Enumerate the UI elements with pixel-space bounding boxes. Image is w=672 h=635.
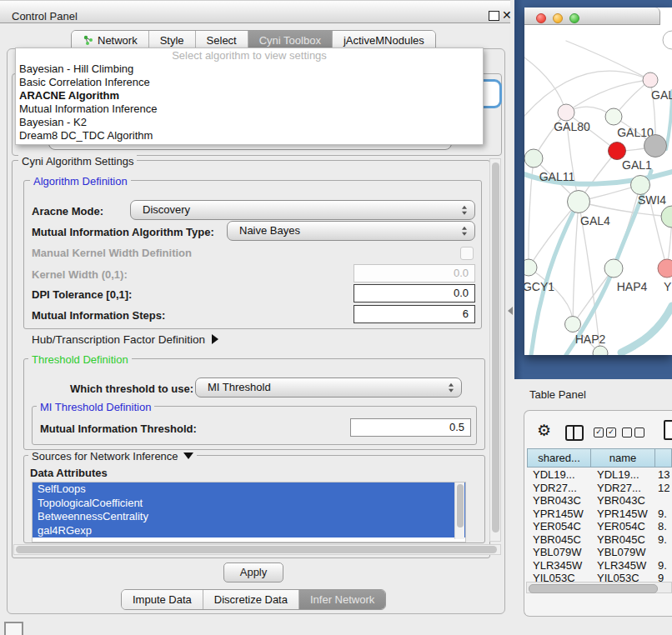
- network-node[interactable]: [644, 135, 667, 158]
- network-node-hap4[interactable]: [604, 259, 623, 278]
- settings-vertical-scrollbar-thumb[interactable]: [492, 162, 499, 532]
- network-node-swi4[interactable]: [631, 176, 650, 195]
- gear-icon[interactable]: ⚙: [537, 421, 551, 440]
- table-horizontal-scrollbar-thumb[interactable]: [529, 584, 658, 593]
- mi-type-combo[interactable]: Naive Bayes: [227, 221, 475, 241]
- sources-legend[interactable]: Sources for Network Inference: [28, 450, 197, 462]
- network-window-titlebar[interactable]: [524, 8, 660, 25]
- table-cell: [655, 546, 672, 559]
- algorithm-dropdown-popup: Select algorithm to view settings Bayesi…: [15, 48, 484, 145]
- hub-definition-label: Hub/Transcription Factor Definition: [32, 333, 205, 346]
- table-row[interactable]: YPR145WYPR145W9.: [527, 508, 672, 521]
- mac-close-button[interactable]: [536, 13, 546, 23]
- table-row[interactable]: YBR045CYBR045C9.: [527, 533, 672, 547]
- splitter-collapse-icon[interactable]: [508, 307, 513, 315]
- dock-handle[interactable]: [4, 622, 23, 635]
- aracne-mode-label: Aracne Mode:: [32, 205, 103, 218]
- network-edge: [649, 198, 667, 268]
- table-cell: YER054C: [527, 520, 591, 533]
- column-header-partial[interactable]: [655, 448, 672, 468]
- node-label-gal1: GAL1: [622, 158, 652, 172]
- mac-zoom-button[interactable]: [569, 13, 579, 23]
- column-header-shared[interactable]: shared...: [527, 448, 591, 468]
- column-header-name[interactable]: name: [591, 448, 655, 468]
- settings-horizontal-scrollbar-thumb[interactable]: [16, 546, 497, 553]
- bottom-tab-impute-data[interactable]: Impute Data: [122, 590, 203, 609]
- table-row[interactable]: YBR043CYBR043C: [527, 494, 672, 508]
- manual-kernel-checkbox[interactable]: [460, 247, 474, 260]
- attribute-item-betweennesscentrality[interactable]: BetweennessCentrality: [33, 510, 465, 524]
- which-threshold-value: MI Threshold: [208, 381, 271, 393]
- dropdown-item-bayesian-hill-climbing[interactable]: Bayesian - Hill Climbing: [16, 62, 483, 76]
- attributes-scrollbar[interactable]: [454, 482, 464, 539]
- close-icon[interactable]: ✕: [502, 8, 512, 22]
- table-row[interactable]: YER054CYER054C8.: [527, 520, 672, 533]
- apply-button[interactable]: Apply: [223, 562, 283, 582]
- dropdown-item-aracne-algorithm[interactable]: ARACNE Algorithm: [16, 89, 483, 102]
- dpi-tolerance-input[interactable]: 0.0: [354, 284, 475, 302]
- dropdown-item-dream8-dc-tdc-algorithm[interactable]: Dream8 DC_TDC Algorithm: [16, 129, 483, 142]
- which-threshold-label: Which threshold to use:: [70, 382, 193, 395]
- table-row[interactable]: YDR27...YDR27...12: [527, 482, 672, 495]
- settings-vertical-scrollbar[interactable]: [489, 158, 501, 542]
- network-canvas[interactable]: GALGAL80GAL10GAL1GAL11SWI4GAL4GCY1HAP4YH…: [524, 8, 672, 355]
- collapsed-arrow-icon: [212, 334, 218, 344]
- network-edge: [524, 71, 650, 116]
- settings-horizontal-scrollbar[interactable]: [13, 544, 501, 555]
- mi-threshold-input[interactable]: 0.5: [350, 418, 471, 437]
- expanded-arrow-icon: [183, 452, 193, 459]
- network-node-gal[interactable]: [643, 72, 658, 88]
- mi-steps-input[interactable]: 6: [354, 305, 475, 323]
- hub-definition-toggle[interactable]: Hub/Transcription Factor Definition: [32, 333, 218, 346]
- checked-columns-icon[interactable]: ✓ ✓: [594, 428, 616, 438]
- dropdown-item-bayesian-k2[interactable]: Bayesian - K2: [16, 116, 483, 129]
- bottom-tab-discretize-data[interactable]: Discretize Data: [203, 590, 298, 609]
- float-window-icon[interactable]: [489, 11, 499, 21]
- tab-label: Discretize Data: [214, 593, 288, 606]
- table-cell: 9.: [655, 533, 672, 547]
- network-edge: [529, 268, 573, 324]
- network-node-gcy1[interactable]: [524, 259, 537, 276]
- network-node-gal10[interactable]: [605, 108, 622, 125]
- tab-label: Infer Network: [310, 593, 374, 606]
- network-node-gal4[interactable]: [568, 191, 590, 213]
- node-label-gcy1: GCY1: [524, 280, 554, 293]
- network-node[interactable]: [663, 31, 672, 49]
- mac-minimize-button[interactable]: [553, 13, 563, 23]
- table-row[interactable]: YDL19...YDL19...13: [527, 468, 672, 482]
- attribute-item-selfloops[interactable]: SelfLoops: [33, 482, 465, 497]
- which-threshold-combo[interactable]: MI Threshold: [195, 378, 462, 398]
- dropdown-item-basic-correlation-inference[interactable]: Basic Correlation Inference: [16, 76, 483, 89]
- dropdown-item-mutual-information-inference[interactable]: Mutual Information Inference: [16, 102, 483, 116]
- checkbox-checked-icon: ✓: [594, 428, 604, 438]
- aracne-mode-value: Discovery: [143, 203, 190, 216]
- table-cell: YDR27...: [527, 482, 591, 495]
- table-horizontal-scrollbar[interactable]: [526, 582, 672, 593]
- aracne-mode-combo[interactable]: Discovery: [130, 200, 475, 220]
- network-node[interactable]: [593, 346, 608, 355]
- network-node-gal80[interactable]: [558, 104, 574, 121]
- table-row[interactable]: YBL079WYBL079W: [527, 546, 672, 559]
- unchecked-columns-icon[interactable]: [622, 428, 644, 438]
- bottom-tab-infer-network[interactable]: Infer Network: [298, 590, 385, 609]
- control-panel-title: Control Panel: [12, 10, 78, 22]
- network-node-y[interactable]: [658, 259, 672, 278]
- tab-label: Cyni Toolbox: [259, 34, 321, 47]
- network-node-hap2[interactable]: [565, 317, 581, 332]
- node-label-gal80: GAL80: [554, 120, 590, 133]
- checkbox-checked-icon: ✓: [606, 428, 616, 438]
- control-panel-titlebar: Control Panel ✕: [0, 0, 510, 23]
- network-edge: [566, 41, 650, 80]
- attribute-item-gal4rgexp[interactable]: gal4RGexp: [33, 524, 465, 538]
- manual-kernel-label: Manual Kernel Width Definition: [32, 247, 192, 259]
- network-node-gal11[interactable]: [524, 149, 543, 168]
- kernel-width-input[interactable]: 0.0: [354, 264, 475, 282]
- attribute-item-topologicalcoefficient[interactable]: TopologicalCoefficient: [33, 497, 465, 511]
- columns-icon[interactable]: [565, 425, 584, 441]
- network-node[interactable]: [661, 206, 672, 228]
- network-node-gal1[interactable]: [609, 142, 626, 160]
- attributes-scrollbar-thumb[interactable]: [457, 484, 464, 528]
- table-row[interactable]: YLR345WYLR345W9.: [527, 559, 672, 572]
- document-icon[interactable]: [664, 420, 672, 440]
- spinner-arrows-icon: [449, 383, 454, 392]
